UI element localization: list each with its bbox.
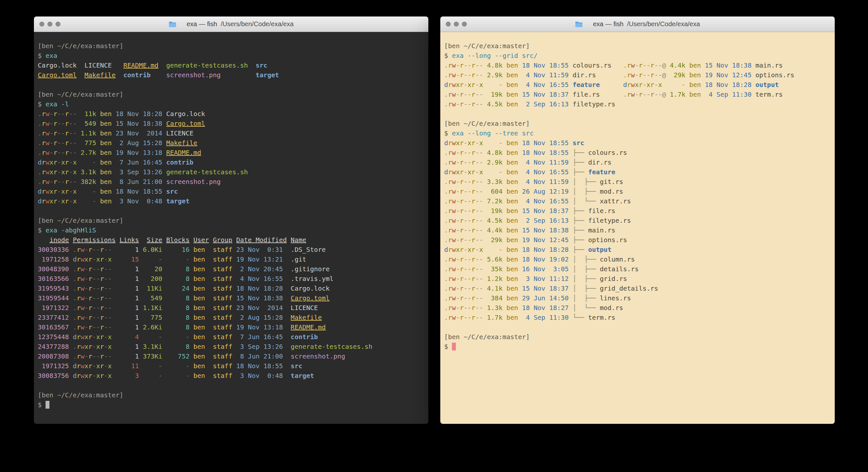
terminal-line: $	[38, 400, 425, 410]
terminal-cursor	[45, 401, 50, 409]
terminal-line: .rw-r--r-- 4.8k ben 18 Nov 18:55 colours…	[444, 60, 831, 70]
terminal-line: .rw-r--r-- 4.5k ben 2 Sep 16:13 filetype…	[444, 99, 831, 109]
terminal-line	[444, 109, 831, 119]
terminal-line: Cargo.toml Makefile contrib screenshot.p…	[38, 70, 425, 80]
terminal-line: drwxr-xr-x - ben 7 Jun 16:45 contrib	[38, 157, 425, 167]
terminal-line: [ben ~/C/e/exa:master]	[444, 41, 831, 51]
terminal-line: [ben ~/C/e/exa:master]	[444, 332, 831, 342]
terminal-line: .rw-r--r-- 4.5k ben 2 Sep 16:13 ├── file…	[444, 216, 831, 225]
terminal-line: .rw-r--r-- 1.3k ben 18 Nov 18:27 │ └── m…	[444, 303, 831, 313]
terminal-line: [ben ~/C/e/exa:master]	[38, 41, 425, 51]
terminal-content-left[interactable]: [ben ~/C/e/exa:master]$ exaCargo.lock LI…	[34, 32, 428, 424]
terminal-line: 20087308 .rw-r--r-- 1 373Ki 752 ben staf…	[38, 351, 425, 361]
terminal-window-left: exa — fish /Users/ben/Code/exa/exa [ben …	[34, 17, 428, 424]
terminal-line: 1971325 drwxr-xr-x 11 - - ben staff 18 N…	[38, 361, 425, 371]
terminal-line: .rw-r--r-- 5.6k ben 18 Nov 19:02 │ ├── c…	[444, 255, 831, 264]
terminal-line: $ exa --long --grid src/	[444, 51, 831, 60]
terminal-line: .rw-r--r-- 35k ben 16 Nov 3:05 │ ├── det…	[444, 264, 831, 274]
zoom-button[interactable]	[462, 22, 467, 27]
terminal-line: .rw-r--r-- 382k ben 8 Jun 21:00 screensh…	[38, 177, 425, 186]
terminal-line: drwxr-xr-x - ben 4 Nov 16:55 ├── feature	[444, 167, 831, 177]
terminal-line: .rw-r--r-- 4.1k ben 15 Nov 18:37 │ ├── g…	[444, 284, 831, 293]
folder-icon	[168, 17, 183, 42]
terminal-line: 30083756 drwxr-xr-x 3 - - ben staff 3 No…	[38, 371, 425, 381]
terminal-line: $	[444, 342, 831, 351]
terminal-line: .rw-r--r-- 775 ben 2 Aug 15:28 Makefile	[38, 138, 425, 148]
terminal-line: .rw-r--r-- 19k ben 15 Nov 18:37 file.rs …	[444, 90, 831, 99]
terminal-line: 12375448 drwxr-xr-x 4 - - ben staff 7 Ju…	[38, 332, 425, 342]
terminal-line: drwxr-xr-x - ben 3 Nov 0:48 target	[38, 196, 425, 206]
terminal-line: .rw-r--r-- 3.3k ben 4 Nov 11:59 │ ├── gi…	[444, 177, 831, 186]
window-title: exa — fish /Users/ben/Code/exa/exa	[575, 17, 700, 42]
terminal-line: .rw-r--r-- 4.4k ben 15 Nov 18:38 ├── mai…	[444, 225, 831, 235]
traffic-lights	[446, 17, 467, 32]
terminal-line: [ben ~/C/e/exa:master]	[38, 216, 425, 225]
terminal-line: drwxr-xr-x - ben 18 Nov 18:55 src	[444, 138, 831, 148]
terminal-line: .rw-r--r-- 2.7k ben 19 Nov 13:18 README.…	[38, 148, 425, 157]
minimize-button[interactable]	[48, 22, 52, 27]
terminal-line: 31959544 .rw-r--r-- 1 549 8 ben staff 15…	[38, 293, 425, 303]
terminal-line: 30030336 .rw-r--r-- 1 6.0Ki 16 ben staff…	[38, 245, 425, 255]
terminal-line: .rw-r--r-- 7.2k ben 4 Nov 16:55 │ └── xa…	[444, 196, 831, 206]
terminal-line: 31959543 .rw-r--r-- 1 11Ki 24 ben staff …	[38, 284, 425, 293]
terminal-line: .rw-r--r-- 2.9k ben 4 Nov 11:59 dir.rs .…	[444, 70, 831, 80]
terminal-line: [ben ~/C/e/exa:master]	[444, 119, 831, 128]
terminal-line: .rw-r--r-- 29k ben 19 Nov 12:45 ├── opti…	[444, 235, 831, 245]
terminal-line: 1971258 drwxr-xr-x 15 - - ben staff 19 N…	[38, 255, 425, 264]
terminal-line: .rw-r--r-- 1.2k ben 3 Nov 11:12 │ ├── gr…	[444, 274, 831, 284]
close-button[interactable]	[39, 22, 44, 27]
terminal-line: Cargo.lock LICENCE README.md generate-te…	[38, 60, 425, 70]
minimize-button[interactable]	[454, 22, 459, 27]
terminal-line	[38, 80, 425, 90]
terminal-line: 30163567 .rw-r--r-- 1 2.6Ki 8 ben staff …	[38, 322, 425, 332]
terminal-line	[38, 206, 425, 216]
zoom-button[interactable]	[56, 22, 60, 27]
terminal-line: drwxr-xr-x - ben 4 Nov 16:55 feature drw…	[444, 80, 831, 90]
window-title-app: exa — fish	[187, 20, 217, 28]
terminal-line: $ exa -abghHliS	[38, 225, 425, 235]
terminal-line: 1971322 .rw-r--r-- 1 1.1Ki 8 ben staff 2…	[38, 303, 425, 313]
terminal-line: $ exa	[38, 51, 425, 60]
terminal-window-right: exa — fish /Users/ben/Code/exa/exa [ben …	[440, 17, 835, 424]
titlebar[interactable]: exa — fish /Users/ben/Code/exa/exa	[34, 17, 428, 32]
terminal-line: $ exa --long --tree src	[444, 128, 831, 138]
terminal-line: .rw-r--r-- 11k ben 18 Nov 18:28 Cargo.lo…	[38, 109, 425, 119]
terminal-line: 24377288 .rwxr-xr-x 1 3.1Ki 8 ben staff …	[38, 342, 425, 351]
window-title: exa — fish /Users/ben/Code/exa/exa	[168, 17, 293, 42]
terminal-line: .rw-r--r-- 549 ben 15 Nov 18:38 Cargo.to…	[38, 119, 425, 128]
terminal-line: .rwxr-xr-x 3.1k ben 3 Sep 13:26 generate…	[38, 167, 425, 177]
terminal-line: inode Permissions Links Size Blocks User…	[38, 235, 425, 245]
terminal-content-right[interactable]: [ben ~/C/e/exa:master]$ exa --long --gri…	[440, 32, 835, 424]
terminal-line: .rw-r--r-- 19k ben 15 Nov 18:37 ├── file…	[444, 206, 831, 216]
terminal-line: [ben ~/C/e/exa:master]	[38, 390, 425, 400]
terminal-line: .rw-r--r-- 1.1k ben 23 Nov 2014 LICENCE	[38, 128, 425, 138]
terminal-line: .rw-r--r-- 1.7k ben 4 Sep 11:30 └── term…	[444, 313, 831, 322]
terminal-line: 30163566 .rw-r--r-- 1 200 8 ben staff 4 …	[38, 274, 425, 284]
terminal-line	[38, 381, 425, 390]
terminal-line: 30048390 .rw-r--r-- 1 20 8 ben staff 2 N…	[38, 264, 425, 274]
terminal-line	[444, 322, 831, 332]
close-button[interactable]	[446, 22, 451, 27]
titlebar[interactable]: exa — fish /Users/ben/Code/exa/exa	[440, 17, 835, 32]
window-title-path: /Users/ben/Code/exa/exa	[221, 20, 293, 28]
terminal-line: .rw-r--r-- 604 ben 26 Aug 12:19 │ ├── mo…	[444, 186, 831, 196]
window-title-app: exa — fish	[593, 20, 623, 28]
terminal-line: $ exa -l	[38, 99, 425, 109]
traffic-lights	[39, 17, 60, 32]
terminal-line: [ben ~/C/e/exa:master]	[38, 90, 425, 99]
terminal-line: .rw-r--r-- 2.9k ben 4 Nov 11:59 ├── dir.…	[444, 157, 831, 167]
folder-icon	[575, 17, 589, 42]
terminal-line: .rw-r--r-- 384 ben 29 Jun 14:50 │ ├── li…	[444, 293, 831, 303]
terminal-cursor	[452, 343, 456, 350]
terminal-line: drwxr-xr-x - ben 18 Nov 18:28 ├── output	[444, 245, 831, 255]
terminal-line: .rw-r--r-- 4.8k ben 18 Nov 18:55 ├── col…	[444, 148, 831, 157]
window-title-path: /Users/ben/Code/exa/exa	[627, 20, 700, 28]
terminal-line: drwxr-xr-x - ben 18 Nov 18:55 src	[38, 186, 425, 196]
terminal-line: 23377412 .rw-r--r-- 1 775 8 ben staff 2 …	[38, 313, 425, 322]
